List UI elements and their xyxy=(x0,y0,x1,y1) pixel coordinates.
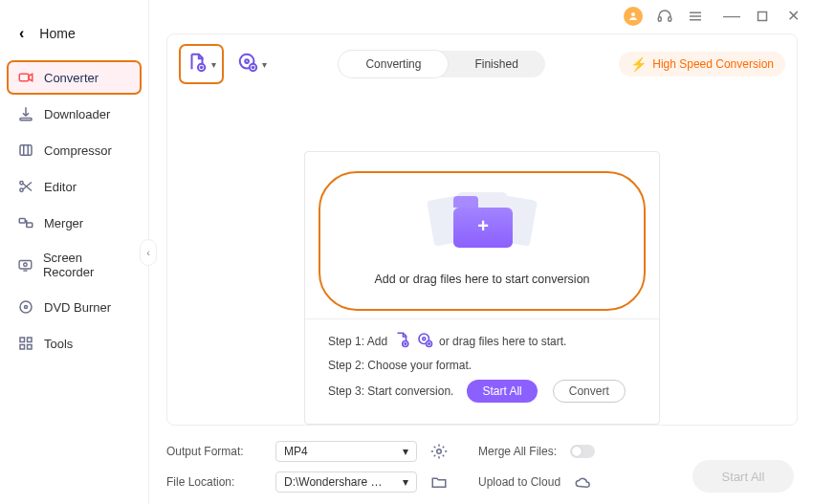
add-dvd-icon[interactable] xyxy=(416,331,433,351)
svg-rect-11 xyxy=(20,338,25,342)
sidebar-collapse-toggle[interactable]: ‹ xyxy=(140,239,157,266)
svg-point-3 xyxy=(20,182,23,185)
sidebar-item-label: Compressor xyxy=(44,143,112,158)
merge-label: Merge All Files: xyxy=(478,445,557,458)
step3: Step 3: Start conversion. xyxy=(328,384,453,398)
svg-rect-13 xyxy=(20,345,25,350)
svg-rect-18 xyxy=(758,11,767,20)
sidebar: ‹ Home Converter Downloader Compressor xyxy=(0,0,149,504)
add-file-icon[interactable] xyxy=(393,331,410,351)
cloud-icon[interactable] xyxy=(574,473,591,491)
convert-button[interactable]: Convert xyxy=(553,380,626,403)
svg-point-25 xyxy=(423,338,426,340)
svg-point-10 xyxy=(25,306,28,309)
start-all-main-button[interactable]: Start All xyxy=(692,460,794,493)
chevron-down-icon: ▾ xyxy=(262,59,267,70)
step1-suffix: or drag files here to start. xyxy=(439,335,566,348)
add-file-icon xyxy=(187,52,208,77)
drop-text: Add or drag files here to start conversi… xyxy=(374,273,589,286)
folder-illustration: + xyxy=(425,192,539,259)
step1-prefix: Step 1: Add xyxy=(328,335,387,348)
svg-rect-17 xyxy=(669,16,671,21)
start-all-button[interactable]: Start All xyxy=(467,380,537,403)
svg-rect-7 xyxy=(19,260,32,268)
tab-finished[interactable]: Finished xyxy=(448,51,544,77)
add-dvd-icon xyxy=(237,52,258,77)
recorder-icon xyxy=(17,256,33,274)
plus-icon: + xyxy=(477,216,489,235)
folder-open-icon[interactable] xyxy=(430,473,448,491)
tab-converting[interactable]: Converting xyxy=(339,51,448,77)
svg-point-15 xyxy=(631,12,635,16)
camera-icon xyxy=(17,69,34,86)
svg-point-9 xyxy=(20,301,32,313)
svg-point-4 xyxy=(20,188,23,191)
file-location-value: D:\Wondershare UniConverter 1 xyxy=(284,475,389,489)
chevron-down-icon: ▾ xyxy=(211,59,216,70)
scissors-icon xyxy=(17,178,34,195)
sidebar-item-tools[interactable]: Tools xyxy=(8,327,141,360)
back-icon[interactable]: ‹ xyxy=(19,25,24,42)
file-location-label: File Location: xyxy=(166,475,262,489)
high-speed-badge[interactable]: ⚡ High Speed Conversion xyxy=(619,52,785,77)
sidebar-item-screen-recorder[interactable]: Screen Recorder xyxy=(8,243,141,287)
sidebar-item-label: Downloader xyxy=(44,107,110,121)
sidebar-item-label: DVD Burner xyxy=(44,300,111,315)
svg-rect-2 xyxy=(20,145,32,156)
svg-point-21 xyxy=(245,59,249,63)
main: — ✕ ▾ ▾ xyxy=(149,0,813,504)
sidebar-item-label: Editor xyxy=(44,180,77,194)
step2: Step 2: Choose your format. xyxy=(328,359,472,372)
output-format-label: Output Format: xyxy=(166,445,262,458)
headset-icon[interactable] xyxy=(656,8,673,25)
sidebar-item-label: Screen Recorder xyxy=(43,251,131,279)
chevron-down-icon: ▾ xyxy=(403,445,408,458)
sidebar-item-merger[interactable]: Merger xyxy=(8,207,141,239)
grid-icon xyxy=(17,335,34,352)
close-icon[interactable]: ✕ xyxy=(784,8,802,25)
drop-zone[interactable]: + Add or drag files here to start conver… xyxy=(319,171,646,311)
settings-icon[interactable] xyxy=(430,443,448,460)
svg-point-27 xyxy=(437,449,442,454)
sidebar-item-editor[interactable]: Editor xyxy=(8,170,141,203)
maximize-icon[interactable] xyxy=(754,8,771,25)
home-label[interactable]: Home xyxy=(39,26,75,41)
nav-list: Converter Downloader Compressor Editor xyxy=(0,61,148,360)
work-area: ▾ ▾ Converting Finished ⚡ High Speed Con… xyxy=(166,33,798,426)
svg-point-8 xyxy=(24,263,28,267)
sidebar-item-label: Tools xyxy=(44,337,73,351)
svg-rect-5 xyxy=(19,219,25,224)
output-format-value: MP4 xyxy=(284,445,308,458)
toolbar: ▾ ▾ Converting Finished ⚡ High Speed Con… xyxy=(167,34,797,94)
sidebar-item-compressor[interactable]: Compressor xyxy=(8,134,141,166)
merger-icon xyxy=(17,214,34,231)
merge-switch[interactable] xyxy=(570,445,595,458)
svg-rect-14 xyxy=(28,345,33,350)
drop-card: + Add or drag files here to start conver… xyxy=(304,151,660,425)
add-file-button[interactable]: ▾ xyxy=(179,44,224,84)
tabs: Converting Finished xyxy=(339,51,544,77)
file-location-select[interactable]: D:\Wondershare UniConverter 1 ▾ xyxy=(275,471,417,493)
sidebar-item-downloader[interactable]: Downloader xyxy=(8,98,141,130)
add-dvd-button[interactable]: ▾ xyxy=(237,52,267,77)
titlebar: — ✕ xyxy=(149,0,813,28)
hs-label: High Speed Conversion xyxy=(652,57,774,71)
svg-rect-12 xyxy=(28,338,33,342)
sidebar-item-label: Converter xyxy=(44,71,99,85)
steps: Step 1: Add or drag files here to start.… xyxy=(305,318,659,424)
minimize-icon[interactable]: — xyxy=(723,8,740,25)
svg-rect-0 xyxy=(19,74,29,81)
sidebar-item-converter[interactable]: Converter xyxy=(8,61,141,94)
dvd-icon xyxy=(17,298,34,316)
svg-rect-16 xyxy=(658,16,661,21)
download-icon xyxy=(17,105,34,122)
user-icon[interactable] xyxy=(624,7,643,26)
compress-icon xyxy=(17,142,34,159)
chevron-down-icon: ▾ xyxy=(403,475,408,489)
hamburger-icon[interactable] xyxy=(687,8,704,25)
footer: Output Format: MP4 ▾ Merge All Files: Fi… xyxy=(149,433,813,504)
sidebar-item-dvd-burner[interactable]: DVD Burner xyxy=(8,291,141,323)
output-format-select[interactable]: MP4 ▾ xyxy=(275,441,417,462)
sidebar-item-label: Merger xyxy=(44,216,83,230)
bolt-icon: ⚡ xyxy=(630,56,647,72)
